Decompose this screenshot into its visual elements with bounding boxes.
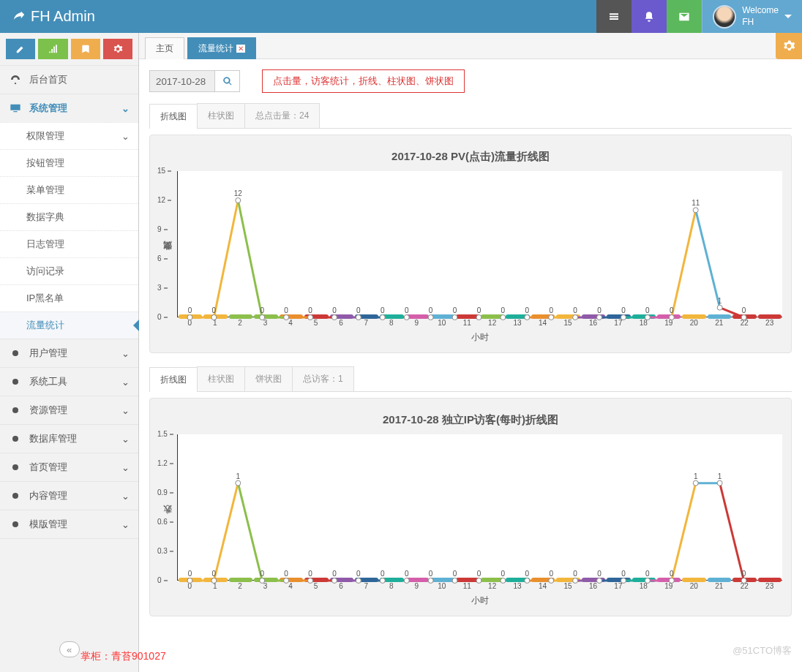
sidebar-item-home[interactable]: 后台首页 — [0, 66, 138, 94]
sidebar-subitem[interactable]: 菜单管理 — [0, 176, 138, 203]
sidebar-item[interactable]: 用户管理⌄ — [0, 339, 138, 367]
close-icon[interactable]: ✕ — [236, 45, 245, 53]
chart2-tab-bar[interactable]: 柱状图 — [197, 366, 245, 391]
quick-cog-button[interactable] — [103, 39, 132, 59]
svg-point-131 — [549, 578, 554, 584]
svg-text:0: 0 — [621, 306, 626, 314]
svg-point-129 — [525, 578, 530, 584]
sidebar-subitem[interactable]: 权限管理⌄ — [0, 122, 138, 149]
svg-text:0: 0 — [332, 570, 337, 578]
svg-point-115 — [356, 578, 361, 584]
main-area: 主页 流量统计✕ 点击量，访客统计，折线、柱状图、饼状图 折线图 柱状图 总点击… — [139, 33, 802, 672]
chart2-title: 2017-10-28 独立IP访客(每时)折线图 — [159, 413, 782, 427]
svg-point-121 — [428, 578, 433, 584]
tab-stats[interactable]: 流量统计✕ — [187, 37, 256, 59]
sidebar-item[interactable]: 资源管理⌄ — [0, 396, 138, 424]
user-menu[interactable]: Welcome FH — [702, 0, 802, 33]
svg-text:0: 0 — [501, 570, 506, 578]
svg-point-119 — [404, 578, 409, 584]
chart1-tab-bar[interactable]: 柱状图 — [197, 103, 245, 128]
credit-icon — [9, 404, 22, 416]
footer-note: 掌柜：青苔901027 — [80, 650, 166, 663]
sidebar-item[interactable]: 首页管理⌄ — [0, 453, 138, 481]
sidebar-item[interactable]: 模版管理⌄ — [0, 510, 138, 538]
svg-text:0: 0 — [212, 306, 217, 314]
svg-point-109 — [284, 578, 289, 584]
sidebar-subitem[interactable]: 数据字典 — [0, 203, 138, 230]
svg-point-113 — [331, 578, 337, 584]
svg-text:0: 0 — [597, 306, 602, 314]
chart1-tab-line[interactable]: 折线图 — [149, 104, 198, 129]
svg-line-79 — [214, 483, 238, 581]
svg-text:0: 0 — [308, 306, 312, 314]
tasks-button[interactable] — [596, 0, 632, 33]
svg-text:0: 0 — [188, 306, 192, 314]
messages-button[interactable] — [667, 0, 702, 33]
svg-point-105 — [236, 480, 241, 486]
svg-text:0: 0 — [742, 306, 746, 314]
svg-text:0: 0 — [212, 570, 217, 578]
chart2-tab-line[interactable]: 折线图 — [149, 367, 198, 392]
sidebar-subitem[interactable]: IP黑名单 — [0, 284, 138, 312]
sidebar-collapse-button[interactable]: « — [59, 641, 80, 657]
leaf-icon — [12, 8, 25, 25]
sidebar-label: 系统管理 — [29, 102, 67, 115]
avatar — [713, 5, 736, 29]
svg-text:0: 0 — [308, 570, 312, 578]
svg-point-133 — [573, 578, 578, 584]
sidebar-subitem[interactable]: 日志管理 — [0, 230, 138, 257]
sidebar-subitem[interactable]: 按钮管理 — [0, 149, 138, 176]
svg-text:0: 0 — [573, 306, 577, 314]
sidebar-subitem[interactable]: 访问记录 — [0, 257, 138, 284]
svg-point-139 — [645, 578, 650, 584]
svg-line-29 — [720, 308, 744, 317]
svg-point-141 — [669, 578, 674, 584]
svg-point-74 — [717, 305, 722, 310]
svg-point-58 — [525, 315, 530, 320]
svg-point-40 — [308, 315, 313, 320]
svg-point-147 — [741, 578, 746, 584]
svg-point-137 — [621, 578, 626, 584]
svg-point-42 — [331, 315, 337, 320]
sidebar-item[interactable]: 系统工具⌄ — [0, 368, 138, 396]
quick-signal-button[interactable] — [38, 39, 67, 59]
sidebar-label: 后台首页 — [29, 73, 67, 86]
search-button[interactable] — [215, 70, 240, 92]
svg-text:1: 1 — [694, 472, 698, 480]
date-input[interactable] — [149, 70, 215, 92]
caret-down-icon — [784, 15, 792, 22]
chevron-down-icon: ⌄ — [121, 377, 130, 388]
svg-text:0: 0 — [621, 570, 626, 578]
svg-text:0: 0 — [405, 306, 409, 314]
svg-point-46 — [380, 315, 385, 320]
svg-point-36 — [260, 315, 265, 320]
svg-text:12: 12 — [234, 189, 243, 197]
svg-point-117 — [380, 578, 385, 584]
quick-book-button[interactable] — [71, 39, 100, 59]
user-name: FH — [742, 17, 779, 29]
sidebar-item[interactable]: 内容管理⌄ — [0, 482, 138, 510]
svg-point-143 — [693, 480, 698, 486]
sidebar-item[interactable]: 数据库管理⌄ — [0, 425, 138, 453]
tab-home[interactable]: 主页 — [145, 37, 184, 59]
svg-point-111 — [308, 578, 313, 584]
svg-line-80 — [238, 483, 262, 581]
chart2-total: 总访客：1 — [292, 366, 354, 391]
quick-edit-button[interactable] — [6, 39, 35, 59]
settings-button[interactable] — [776, 33, 802, 59]
svg-text:0: 0 — [381, 306, 385, 314]
svg-point-107 — [260, 578, 265, 584]
sidebar-subitem[interactable]: 流量统计 — [0, 312, 138, 339]
svg-point-56 — [501, 315, 506, 320]
users-icon — [9, 347, 22, 359]
svg-text:0: 0 — [429, 306, 433, 314]
notifications-button[interactable] — [632, 0, 667, 33]
chart2: 2017-10-28 独立IP访客(每时)折线图 人数 00.30.60.91.… — [149, 398, 792, 616]
svg-line-8 — [214, 200, 238, 317]
chart2-tab-pie[interactable]: 饼状图 — [244, 366, 293, 391]
svg-text:11: 11 — [692, 199, 700, 207]
sidebar-item-system[interactable]: 系统管理 ⌄ — [0, 94, 138, 122]
chevron-down-icon: ⌄ — [121, 462, 130, 473]
folder-icon — [9, 518, 22, 530]
svg-line-100 — [720, 483, 744, 581]
